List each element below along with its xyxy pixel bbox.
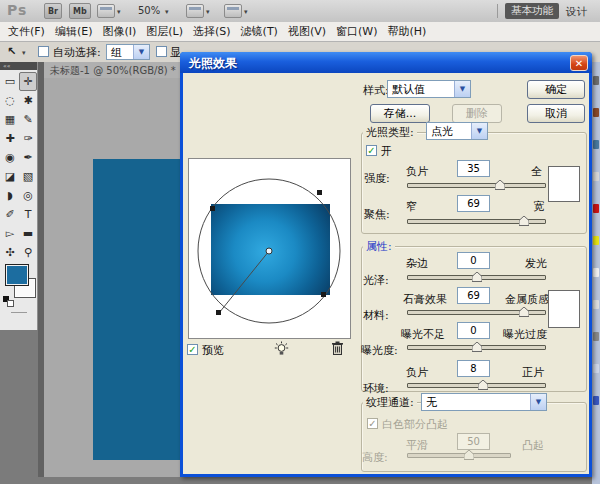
auto-select-checkbox[interactable] [38,46,49,57]
default-colors-icon[interactable] [3,296,12,305]
menu-item-6[interactable]: 视图(V) [283,22,331,41]
dock-panel-icon[interactable] [593,172,599,181]
arrange-arrow-icon[interactable]: ▾ [206,8,210,16]
dock-panel-icon[interactable] [593,204,599,213]
light-footprint-overlay[interactable] [189,159,352,340]
tool-palette: «« ▭✛◌✱▦✎✚✑◉✒◪▧◗◎✐T▻▬✣⚲ [0,62,38,330]
light-on-checkbox[interactable]: ✓ [366,145,377,156]
intensity-slider-thumb[interactable] [495,180,505,190]
dock-panel-icon[interactable] [593,140,599,149]
close-icon[interactable]: ✕ [570,55,588,71]
save-button[interactable]: 存储... [370,104,430,123]
menu-item-0[interactable]: 文件(F) [3,22,50,41]
menu-item-2[interactable]: 图像(I) [97,22,141,41]
menu-item-1[interactable]: 编辑(E) [50,22,98,41]
dock-panel-icon[interactable] [593,332,599,341]
preview-checkbox[interactable]: ✓ [187,344,198,355]
dialog-title-bar[interactable]: 光照效果 ✕ [180,52,592,73]
palette-collapse-handle[interactable]: «« [0,62,37,70]
tool-gradient[interactable]: ▧ [19,167,37,186]
ambience-slider[interactable] [407,383,546,388]
intensity-input[interactable] [457,160,490,177]
tool-clone-stamp[interactable]: ◉ [1,148,19,167]
document-image[interactable] [93,159,181,460]
tool-healing-brush[interactable]: ✚ [1,129,19,148]
style-dropdown[interactable]: 默认值 ▼ [387,80,471,98]
screen-mode-icon[interactable] [224,4,242,18]
dock-panel-icon[interactable] [593,236,599,245]
tool-blur[interactable]: ◗ [1,186,19,205]
bridge-button[interactable]: Br [44,3,62,19]
focus-input[interactable] [457,195,490,212]
preview-area[interactable] [188,158,351,339]
tool-type[interactable]: T [19,205,37,224]
material-color-swatch[interactable] [548,290,580,328]
tool-quick-selection[interactable]: ✱ [19,91,37,110]
menu-item-5[interactable]: 滤镜(T) [236,22,283,41]
tool-dodge[interactable]: ◎ [19,186,37,205]
menu-item-4[interactable]: 选择(S) [188,22,236,41]
tool-shape[interactable]: ▬ [19,224,37,243]
dock-panel-icon[interactable] [593,396,599,405]
focus-slider[interactable] [407,219,546,224]
dock-panel-icon[interactable] [593,108,599,117]
auto-select-dropdown[interactable]: 组 ▼ [106,44,150,60]
tool-rectangular-marquee[interactable]: ▭ [1,72,19,91]
ok-button[interactable]: 确定 [527,80,585,99]
light-color-swatch[interactable] [548,166,580,202]
material-slider-thumb[interactable] [519,307,529,317]
delete-light-trash-icon[interactable] [331,341,344,356]
tool-hand[interactable]: ✣ [1,243,19,262]
tool-preset-arrow-icon[interactable]: ▾ [22,49,26,57]
gloss-label: 光泽: [363,273,389,288]
tool-pen[interactable]: ✐ [1,205,19,224]
move-tool-icon[interactable]: ↖ [7,45,16,58]
tool-brush[interactable]: ✑ [19,129,37,148]
exposure-slider[interactable] [407,345,546,350]
material-slider[interactable] [407,310,546,315]
ambience-slider-thumb[interactable] [478,380,488,390]
menu-item-7[interactable]: 窗口(W) [331,22,382,41]
tool-path-selection[interactable]: ▻ [1,224,19,243]
menu-item-3[interactable]: 图层(L) [141,22,188,41]
gloss-slider[interactable] [407,275,546,280]
tool-move[interactable]: ✛ [19,72,37,91]
tool-zoom[interactable]: ⚲ [19,243,37,262]
gloss-input[interactable] [457,252,490,269]
workspace-basic-button[interactable]: 基本功能 [505,3,559,19]
zoom-level[interactable]: 50% [138,5,160,16]
dock-panel-icon[interactable] [593,268,599,277]
tool-crop[interactable]: ▦ [1,110,19,129]
gloss-slider-thumb[interactable] [472,272,482,282]
topbar-separator [497,4,498,18]
show-transform-checkbox[interactable] [156,46,167,57]
texture-channel-dropdown[interactable]: 无 ▼ [421,393,547,411]
ambience-input[interactable] [457,360,490,377]
light-type-dropdown[interactable]: 点光 ▼ [426,122,488,140]
exposure-input[interactable] [457,322,490,339]
cancel-button[interactable]: 取消 [527,104,585,123]
right-panel-dock[interactable] [592,62,600,484]
tool-eyedropper[interactable]: ✎ [19,110,37,129]
dock-panel-icon[interactable] [593,364,599,373]
tool-lasso[interactable]: ◌ [1,91,19,110]
tool-eraser[interactable]: ◪ [1,167,19,186]
dock-panel-icon[interactable] [593,76,599,85]
screen-mode-arrow-icon[interactable]: ▾ [244,8,248,16]
view-extras-icon[interactable] [97,4,115,18]
dock-panel-icon[interactable] [593,300,599,309]
zoom-arrow-icon[interactable]: ▾ [165,8,169,16]
material-input[interactable] [457,287,490,304]
add-light-bulb-icon[interactable] [274,341,289,357]
arrange-documents-icon[interactable] [186,4,204,18]
foreground-color-swatch[interactable] [5,264,29,286]
document-tab[interactable]: 未标题-1 @ 50%(RGB/8) * [50,64,176,78]
mini-bridge-button[interactable]: Mb [69,3,91,19]
exposure-slider-thumb[interactable] [472,342,482,352]
tool-history-brush[interactable]: ✒ [19,148,37,167]
workspace-design-button[interactable]: 设计 [566,5,587,19]
intensity-slider[interactable] [407,183,546,188]
menu-item-8[interactable]: 帮助(H) [382,22,431,41]
view-extras-arrow-icon[interactable]: ▾ [117,8,121,16]
focus-slider-thumb[interactable] [519,216,529,226]
